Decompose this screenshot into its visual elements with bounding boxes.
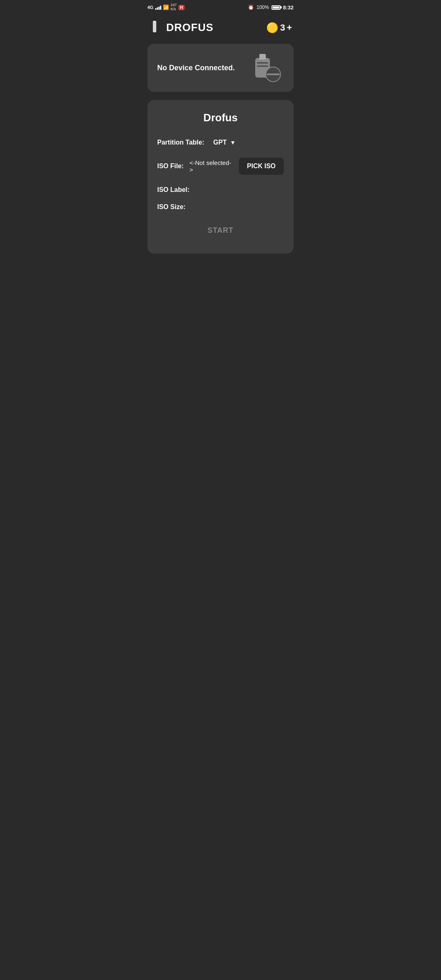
app-header: DROFUS 🟡 3 + [141,13,300,44]
status-right: ⏰ 100% 8:32 [248,4,294,11]
app-title: DROFUS [166,21,214,34]
alarm-icon: ⏰ [248,4,254,10]
coins-count: 3 [280,22,285,33]
chevron-down-icon: ▼ [230,139,236,146]
svg-rect-4 [257,62,268,64]
partition-table-row: Partition Table: GPT ▼ [157,139,284,146]
data-speed: 247 K/s [171,3,177,11]
device-status-text: No Device Connected. [157,64,235,72]
iso-file-row: ISO File: <-Not selected-> PICK ISO [157,158,284,175]
iso-label-label: ISO Label: [157,186,189,194]
svg-rect-1 [154,21,156,32]
partition-table-value: GPT [213,139,227,146]
iso-label-row: ISO Label: [157,186,284,194]
wifi-icon: 📶 [163,4,169,10]
start-button[interactable]: START [157,222,284,239]
status-bar: 4G 📶 247 K/s H ⏰ 100% 8:32 [141,0,300,13]
coin-icon: 🟡 [266,22,278,33]
app-title-container: DROFUS [149,20,214,36]
iso-size-label: ISO Size: [157,203,185,211]
iso-size-row: ISO Size: [157,203,284,211]
time-display: 8:32 [283,4,294,11]
network-type: 4G [147,5,154,10]
status-left: 4G 📶 247 K/s H [147,3,185,11]
app-logo-icon [145,17,166,38]
battery-icon [272,5,281,10]
battery-percent: 100% [256,4,269,10]
iso-file-label: ISO File: [157,163,184,170]
main-card: Drofus Partition Table: GPT ▼ ISO File: … [147,100,294,254]
partition-table-dropdown[interactable]: GPT ▼ [213,139,236,146]
usb-no-device-icon [251,53,284,82]
partition-table-label: Partition Table: [157,139,204,146]
add-coins-button[interactable]: + [287,22,292,33]
signal-bars-icon [155,5,161,10]
carrier-badge: H [178,5,185,10]
pick-iso-button[interactable]: PICK ISO [239,158,284,175]
svg-rect-5 [257,65,268,67]
iso-file-value: <-Not selected-> [189,159,235,173]
coins-container[interactable]: 🟡 3 + [266,22,292,33]
svg-rect-3 [259,54,266,60]
device-card: No Device Connected. [147,44,294,92]
main-card-title: Drofus [157,111,284,124]
